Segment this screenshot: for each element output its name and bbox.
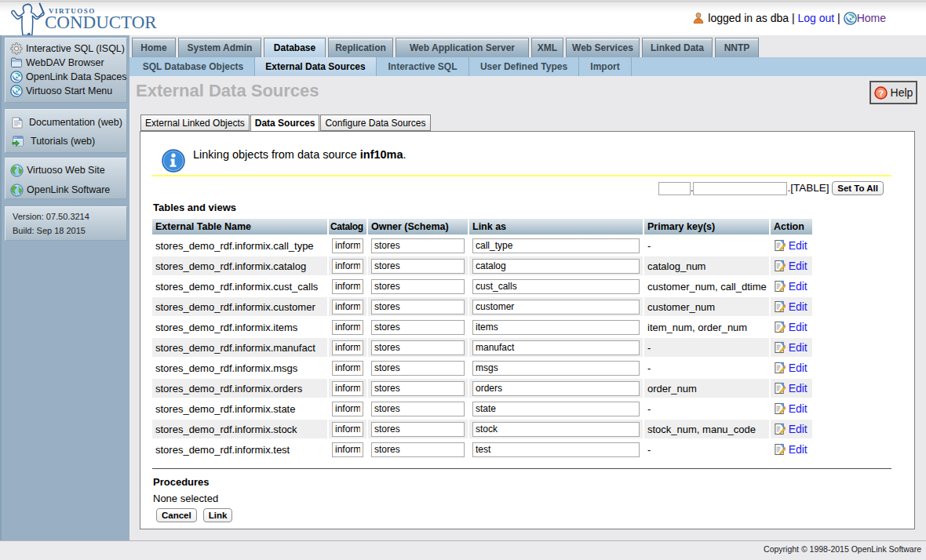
svg-text:CONDUCTOR: CONDUCTOR [45,13,157,32]
svg-text:?: ? [878,89,884,98]
